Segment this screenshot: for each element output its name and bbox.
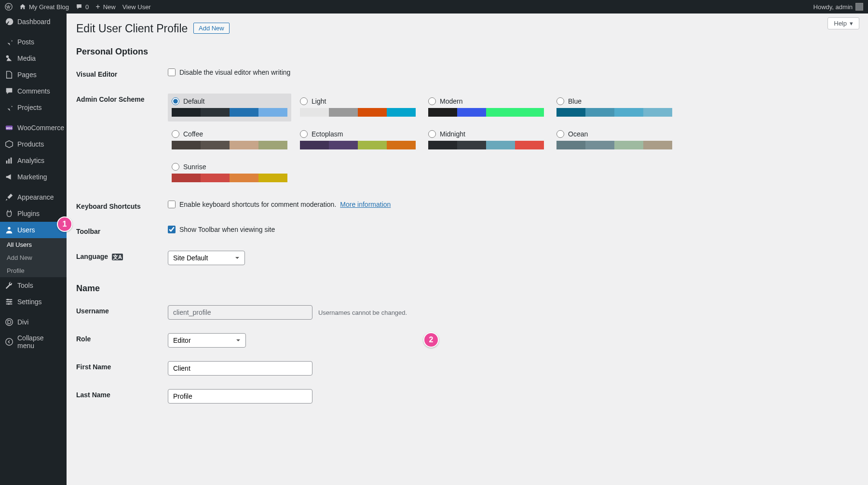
color-scheme-grid: DefaultLightModernBlueCoffeeEctoplasmMid…: [168, 94, 854, 187]
color-scheme-radio[interactable]: [300, 130, 308, 138]
label-role: Role: [76, 326, 168, 354]
toolbar-checkbox[interactable]: [168, 226, 176, 233]
section-personal-options: Personal Options: [76, 47, 858, 57]
color-scheme-radio[interactable]: [172, 130, 179, 138]
color-scheme-midnight[interactable]: Midnight: [424, 126, 548, 154]
role-select[interactable]: Editor: [168, 333, 246, 348]
color-swatches: [172, 141, 287, 149]
new-link[interactable]: + New: [95, 3, 115, 11]
annotation-badge-2: 2: [423, 332, 439, 348]
sidebar-item-woocommerce[interactable]: wooWooCommerce: [0, 120, 67, 136]
svg-rect-4: [6, 161, 8, 163]
color-scheme-light[interactable]: Light: [296, 94, 420, 121]
submenu-add-new[interactable]: Add New: [0, 251, 67, 264]
color-scheme-radio[interactable]: [428, 130, 436, 138]
admin-sidebar: Dashboard Posts Media Pages Comments Pro…: [0, 13, 67, 485]
color-scheme-radio[interactable]: [556, 130, 564, 138]
sidebar-item-plugins[interactable]: Plugins: [0, 205, 67, 222]
submenu-all-users[interactable]: All Users: [0, 238, 67, 251]
svg-rect-5: [8, 159, 10, 163]
sidebar-item-products[interactable]: Products: [0, 136, 67, 152]
site-name-link[interactable]: My Great Blog: [19, 3, 69, 11]
translate-icon: 文A: [112, 254, 123, 260]
sidebar-item-appearance[interactable]: Appearance: [0, 189, 67, 205]
sidebar-item-pages[interactable]: Pages: [0, 67, 67, 83]
chart-icon: [5, 156, 14, 165]
sidebar-item-posts[interactable]: Posts: [0, 34, 67, 50]
visual-editor-checkbox-row[interactable]: Disable the visual editor when writing: [168, 68, 854, 76]
color-scheme-radio[interactable]: [428, 97, 436, 105]
color-scheme-ocean[interactable]: Ocean: [553, 126, 676, 154]
color-scheme-radio[interactable]: [300, 97, 308, 105]
color-scheme-label: Default: [183, 97, 204, 105]
color-scheme-ectoplasm[interactable]: Ectoplasm: [296, 126, 420, 154]
keyboard-checkbox-row[interactable]: Enable keyboard shortcuts for comment mo…: [168, 201, 854, 208]
help-tab[interactable]: Help▾: [827, 17, 859, 29]
svg-rect-6: [11, 158, 12, 164]
color-scheme-label: Ocean: [568, 130, 588, 138]
sidebar-item-dashboard[interactable]: Dashboard: [0, 13, 67, 30]
keyboard-checkbox[interactable]: [168, 201, 176, 208]
first-name-input[interactable]: [168, 361, 312, 376]
color-swatches: [300, 141, 416, 149]
content-area: Help▾ Edit User Client Profile Add New P…: [67, 13, 868, 485]
svg-point-11: [6, 319, 13, 325]
add-new-button[interactable]: Add New: [193, 23, 230, 34]
sidebar-item-settings[interactable]: Settings: [0, 294, 67, 310]
color-scheme-radio[interactable]: [172, 97, 179, 105]
sidebar-item-marketing[interactable]: Marketing: [0, 169, 67, 185]
visual-editor-checkbox[interactable]: [168, 68, 176, 76]
color-scheme-coffee[interactable]: Coffee: [168, 126, 291, 154]
toolbar-checkbox-row[interactable]: Show Toolbar when viewing site: [168, 226, 854, 233]
users-submenu: All Users Add New Profile: [0, 238, 67, 277]
wp-logo[interactable]: [5, 3, 13, 11]
sidebar-item-projects[interactable]: Projects: [0, 99, 67, 116]
color-scheme-default[interactable]: Default: [168, 94, 291, 121]
color-scheme-radio[interactable]: [556, 97, 564, 105]
color-scheme-sunrise[interactable]: Sunrise: [168, 159, 291, 187]
color-swatches: [300, 108, 416, 117]
avatar: [855, 3, 863, 11]
comments-link[interactable]: 0: [76, 3, 89, 11]
media-icon: [5, 54, 14, 63]
color-scheme-label: Midnight: [440, 130, 465, 138]
brush-icon: [5, 193, 14, 202]
color-swatches: [556, 141, 672, 149]
color-swatches: [172, 174, 287, 182]
last-name-input[interactable]: [168, 389, 312, 404]
view-user-link[interactable]: View User: [122, 3, 151, 11]
page-icon: [5, 70, 14, 79]
user-icon: [5, 226, 14, 234]
site-name: My Great Blog: [29, 3, 69, 11]
language-select[interactable]: Site Default: [168, 251, 245, 265]
label-toolbar: Toolbar: [76, 219, 168, 244]
svg-point-9: [10, 301, 12, 303]
annotation-badge-1: 1: [57, 216, 72, 232]
label-username: Username: [76, 298, 168, 326]
sidebar-item-tools[interactable]: Tools: [0, 277, 67, 294]
color-scheme-label: Ectoplasm: [312, 130, 343, 138]
sidebar-item-media[interactable]: Media: [0, 50, 67, 67]
svg-point-7: [8, 227, 10, 229]
color-scheme-radio[interactable]: [172, 163, 179, 171]
color-scheme-blue[interactable]: Blue: [553, 94, 676, 121]
sidebar-collapse[interactable]: Collapse menu: [0, 330, 67, 353]
color-scheme-label: Coffee: [183, 130, 203, 138]
submenu-profile[interactable]: Profile: [0, 264, 67, 277]
color-scheme-label: Blue: [568, 97, 582, 105]
keyboard-more-info-link[interactable]: More information: [340, 201, 391, 208]
sidebar-item-comments[interactable]: Comments: [0, 83, 67, 99]
woo-icon: woo: [5, 123, 14, 132]
comment-icon: [5, 87, 14, 95]
divi-icon: [5, 318, 14, 326]
sliders-icon: [5, 297, 14, 306]
sidebar-item-divi[interactable]: Divi: [0, 314, 67, 330]
sidebar-item-analytics[interactable]: Analytics: [0, 152, 67, 169]
color-scheme-label: Modern: [440, 97, 462, 105]
color-scheme-modern[interactable]: Modern: [424, 94, 548, 121]
section-name: Name: [76, 283, 858, 294]
color-swatches: [428, 108, 544, 117]
howdy-link[interactable]: Howdy, admin: [814, 3, 863, 11]
color-scheme-label: Light: [312, 97, 326, 105]
megaphone-icon: [5, 173, 14, 181]
